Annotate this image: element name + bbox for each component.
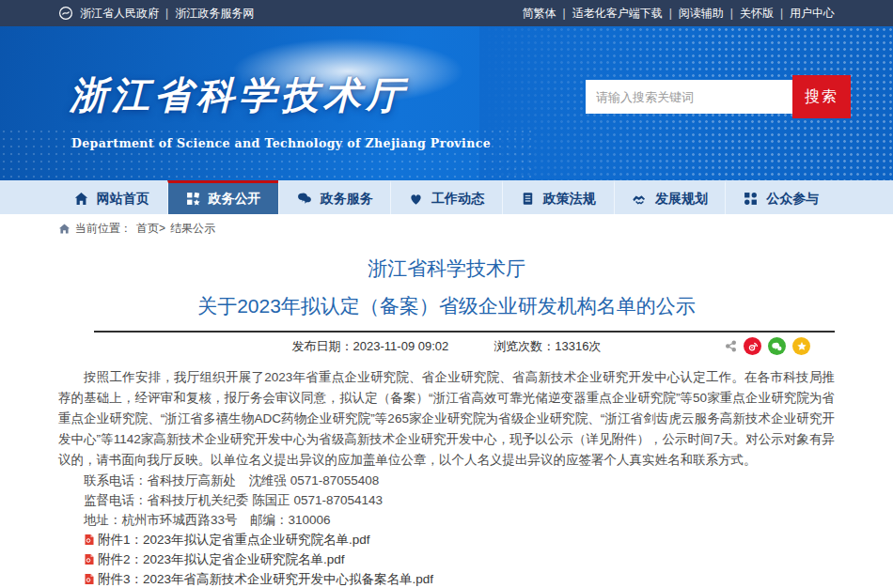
weibo-share-icon[interactable] <box>744 337 761 355</box>
separator: | <box>780 7 783 20</box>
article-title-line1: 浙江省科学技术厅 <box>58 255 835 282</box>
nav-item-development-plans[interactable]: 发展规划 <box>614 180 726 214</box>
home-icon <box>74 192 88 206</box>
nav-item-label: 网站首页 <box>97 191 149 208</box>
pdf-icon <box>84 553 95 565</box>
article-meta: 发布日期：2023-11-09 09:02 浏览次数：13316次 <box>58 333 835 361</box>
nav-item-gov-disclosure[interactable]: 政务公开 <box>167 180 279 214</box>
breadcrumb-home-icon <box>58 223 70 235</box>
supervision-phone: 监督电话：省科技厅机关纪委 陈国正 0571-87054143 <box>58 490 835 510</box>
view-count-label: 浏览次数： <box>494 339 555 353</box>
nav-item-gov-services[interactable]: 政务服务 <box>278 180 390 214</box>
attachment-text: 附件1：2023年拟认定省重点企业研究院名单.pdf <box>98 530 370 549</box>
top-utility-bar: 浙江省人民政府 | 浙江政务服务网 简繁体 | 适老化客户端下载 | 阅读辅助 … <box>0 0 893 26</box>
participation-grid-icon <box>744 192 758 206</box>
chat-bubbles-icon <box>297 192 312 206</box>
nav-item-label: 公众参与 <box>766 191 819 208</box>
pdf-icon <box>84 534 95 546</box>
nav-item-policies[interactable]: 政策法规 <box>502 180 614 214</box>
topbar-left: 浙江省人民政府 | 浙江政务服务网 <box>58 6 254 22</box>
attachment-link-1[interactable]: 附件1：2023年拟认定省重点企业研究院名单.pdf <box>84 530 835 549</box>
address-line: 地址：杭州市环城西路33号 邮编：310006 <box>58 510 835 530</box>
attachment-link-2[interactable]: 附件2：2023年拟认定省企业研究院名单.pdf <box>84 549 835 569</box>
share-bar <box>725 337 810 355</box>
article-title-line2: 关于2023年拟认定（备案）省级企业研发机构名单的公示 <box>58 293 835 319</box>
heart-icon <box>409 192 423 206</box>
link-zhejiang-service[interactable]: 浙江政务服务网 <box>175 6 254 22</box>
separator: | <box>669 7 672 20</box>
nav-item-public-participation[interactable]: 公众参与 <box>725 180 837 214</box>
breadcrumb-link-home[interactable]: 首页> <box>136 221 165 237</box>
nav-item-label: 政策法规 <box>543 191 596 208</box>
attachment-link-3[interactable]: 附件3：2023年省高新技术企业研究开发中心拟备案名单.pdf <box>84 569 835 588</box>
nav-item-label: 工作动态 <box>431 191 484 208</box>
nav-item-label: 政务公开 <box>209 191 261 208</box>
nav-item-work-news[interactable]: 工作动态 <box>390 180 502 214</box>
search-input[interactable] <box>586 80 792 114</box>
link-elderly-client-download[interactable]: 适老化客户端下载 <box>572 6 663 22</box>
breadcrumb-current: 结果公示 <box>170 221 215 237</box>
site-logo-subtitle-en: Department of Science and Technology of … <box>71 136 491 150</box>
attachment-text: 附件3：2023年省高新技术企业研究开发中心拟备案名单.pdf <box>98 569 433 588</box>
breadcrumb: 当前位置： 首页> 结果公示 <box>0 216 893 240</box>
qzone-share-icon[interactable] <box>792 337 810 355</box>
announcement-paragraph: 按照工作安排，我厅组织开展了2023年省重点企业研究院、省企业研究院、省高新技术… <box>58 367 835 471</box>
separator: | <box>563 7 566 20</box>
main-nav: 网站首页 政务公开 政务服务 工作动态 政策法规 <box>0 180 893 214</box>
attachment-text: 附件2：2023年拟认定省企业研究院名单.pdf <box>98 549 345 569</box>
link-zhejiang-gov[interactable]: 浙江省人民政府 <box>80 6 159 22</box>
topbar-right: 简繁体 | 适老化客户端下载 | 阅读辅助 | 关怀版 | 用户中心 <box>523 6 836 22</box>
nav-item-label: 发展规划 <box>655 191 708 208</box>
contact-phone: 联系电话：省科技厅高新处 沈维强 0571-87055408 <box>58 471 835 490</box>
publish-date: 发布日期：2023-11-09 09:02 <box>292 338 449 355</box>
nav-item-home[interactable]: 网站首页 <box>56 180 167 214</box>
wechat-share-icon[interactable] <box>768 337 786 355</box>
search-button[interactable]: 搜索 <box>792 75 851 118</box>
share-nodes-icon[interactable] <box>725 340 737 352</box>
publish-date-label: 发布日期： <box>292 339 353 353</box>
disclosure-grid-icon <box>186 192 200 206</box>
site-logo-title: 浙江省科学技术厅 <box>70 70 408 121</box>
separator: | <box>730 7 733 20</box>
pdf-icon <box>84 573 95 585</box>
handshake-icon <box>632 192 647 206</box>
link-care-version[interactable]: 关怀版 <box>740 6 774 22</box>
gov-emblem-icon <box>58 6 73 21</box>
view-count: 浏览次数：13316次 <box>494 338 601 355</box>
separator: | <box>165 7 168 20</box>
article: 浙江省科学技术厅 关于2023年拟认定（备案）省级企业研发机构名单的公示 发布日… <box>0 255 893 588</box>
nav-item-label: 政务服务 <box>321 191 373 208</box>
view-count-value: 13316次 <box>555 339 601 353</box>
document-icon <box>521 192 535 206</box>
breadcrumb-prefix: 当前位置： <box>75 221 132 237</box>
link-simplified-traditional[interactable]: 简繁体 <box>523 6 556 22</box>
link-user-center[interactable]: 用户中心 <box>790 6 835 22</box>
publish-date-value: 2023-11-09 09:02 <box>353 339 449 353</box>
banner: 浙江省科学技术厅 Department of Science and Techn… <box>0 26 893 180</box>
link-reading-assist[interactable]: 阅读辅助 <box>679 6 724 22</box>
site-search: 搜索 <box>586 75 851 118</box>
